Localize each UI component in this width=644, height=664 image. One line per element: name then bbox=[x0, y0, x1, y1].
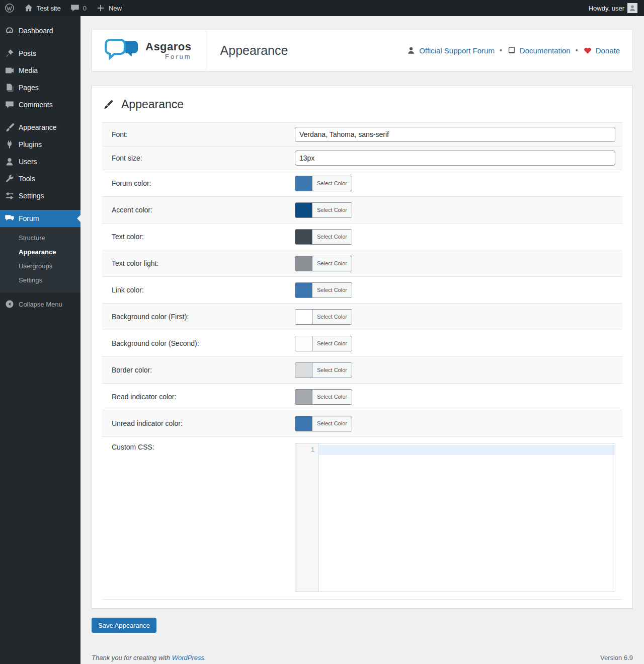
sidebar-item-tools[interactable]: Tools bbox=[0, 170, 80, 187]
settings-icon bbox=[5, 191, 15, 201]
setting-label-border-color: Border color: bbox=[102, 366, 295, 374]
menu-separator bbox=[0, 113, 80, 119]
select-color-button-forum-color[interactable]: Select Color bbox=[295, 176, 352, 191]
comment-icon bbox=[5, 100, 15, 110]
meta-separator: • bbox=[500, 46, 502, 54]
submenu-item-appearance[interactable]: Appearance bbox=[0, 245, 80, 259]
select-color-button-text-color-light[interactable]: Select Color bbox=[295, 256, 352, 271]
sidebar-item-pages[interactable]: Pages bbox=[0, 79, 80, 96]
footer-period: . bbox=[204, 654, 206, 661]
wordpress-link[interactable]: WordPress bbox=[172, 654, 204, 661]
submenu-item-settings[interactable]: Settings bbox=[0, 273, 80, 287]
setting-field-background-color-second: Select Color bbox=[295, 336, 622, 351]
submenu-item-structure[interactable]: Structure bbox=[0, 231, 80, 245]
text-input-font-size[interactable] bbox=[295, 151, 615, 166]
save-appearance-button[interactable]: Save Appearance bbox=[92, 618, 156, 633]
select-color-button-accent-color[interactable]: Select Color bbox=[295, 202, 352, 218]
collapse-menu-label: Collapse Menu bbox=[19, 301, 62, 308]
header-link-documentation[interactable]: Documentation bbox=[507, 46, 571, 55]
setting-row-accent-color: Accent color:Select Color bbox=[102, 196, 622, 223]
editor-content[interactable] bbox=[319, 444, 615, 592]
dashboard-icon bbox=[5, 26, 15, 36]
sidebar-item-appearance[interactable]: Appearance bbox=[0, 119, 80, 136]
brand-text: Asgaros Forum bbox=[145, 41, 192, 60]
select-color-button-link-color[interactable]: Select Color bbox=[295, 282, 352, 298]
footer-version: Version 6.9 bbox=[600, 654, 633, 661]
sidebar-item-media[interactable]: Media bbox=[0, 62, 80, 79]
sidebar-item-label: Tools bbox=[19, 175, 35, 183]
sidebar-item-label: Dashboard bbox=[19, 27, 53, 35]
sidebar-item-users[interactable]: Users bbox=[0, 153, 80, 170]
admin-bar-right: Howdy, user bbox=[584, 0, 644, 16]
select-color-label: Select Color bbox=[312, 283, 352, 298]
header-link-donate[interactable]: Donate bbox=[583, 46, 620, 55]
media-icon bbox=[5, 65, 15, 76]
sidebar-item-forum[interactable]: Forum bbox=[0, 210, 80, 227]
color-swatch-unread-indicator-color bbox=[295, 416, 312, 431]
appearance-icon bbox=[5, 122, 15, 132]
header-meta: Official Support Forum•Documentation•Don… bbox=[407, 46, 620, 55]
color-swatch-link-color bbox=[295, 283, 312, 298]
setting-field-custom-css: 1 bbox=[295, 443, 622, 592]
select-color-button-background-color-first[interactable]: Select Color bbox=[295, 309, 352, 325]
asgaros-brand[interactable]: Asgaros Forum bbox=[104, 37, 192, 63]
new-content-menu[interactable]: New bbox=[91, 0, 126, 16]
submenu-item-usergroups[interactable]: Usergroups bbox=[0, 259, 80, 273]
setting-row-border-color: Border color:Select Color bbox=[102, 356, 622, 383]
plugin-header-card: Asgaros Forum Appearance Official Suppor… bbox=[92, 29, 633, 71]
panel-header: Appearance bbox=[92, 86, 632, 122]
custom-css-editor[interactable]: 1 bbox=[295, 443, 615, 592]
collapse-menu-button[interactable]: Collapse Menu bbox=[0, 296, 80, 313]
select-color-label: Select Color bbox=[312, 336, 352, 351]
select-color-button-read-indicator-color[interactable]: Select Color bbox=[295, 389, 352, 405]
setting-field-border-color: Select Color bbox=[295, 362, 622, 378]
setting-label-background-color-second: Background color (Second): bbox=[102, 339, 295, 347]
forum-icon bbox=[5, 213, 15, 224]
sidebar-item-comments[interactable]: Comments bbox=[0, 96, 80, 113]
setting-field-unread-indicator-color: Select Color bbox=[295, 416, 622, 431]
color-swatch-background-color-second bbox=[295, 336, 312, 351]
select-color-button-background-color-second[interactable]: Select Color bbox=[295, 336, 352, 351]
sidebar-item-plugins[interactable]: Plugins bbox=[0, 136, 80, 153]
select-color-button-border-color[interactable]: Select Color bbox=[295, 362, 352, 378]
setting-row-text-color: Text color:Select Color bbox=[102, 223, 622, 250]
header-link-official-support-forum[interactable]: Official Support Forum bbox=[407, 46, 495, 55]
color-swatch-text-color-light bbox=[295, 256, 312, 271]
select-color-button-text-color[interactable]: Select Color bbox=[295, 229, 352, 245]
sidebar-item-settings[interactable]: Settings bbox=[0, 187, 80, 204]
setting-field-font-size bbox=[295, 151, 622, 166]
my-account-menu[interactable]: Howdy, user bbox=[584, 0, 642, 16]
site-name-menu[interactable]: Test site bbox=[19, 0, 65, 16]
setting-label-forum-color: Forum color: bbox=[102, 179, 295, 187]
setting-field-read-indicator-color: Select Color bbox=[295, 389, 622, 405]
sidebar-item-label: Users bbox=[19, 158, 37, 166]
main-content: Asgaros Forum Appearance Official Suppor… bbox=[80, 0, 644, 664]
select-color-label: Select Color bbox=[312, 310, 352, 324]
setting-field-accent-color: Select Color bbox=[295, 202, 622, 218]
setting-field-text-color: Select Color bbox=[295, 229, 622, 245]
menu-separator bbox=[0, 204, 80, 210]
sidebar-item-dashboard[interactable]: Dashboard bbox=[0, 22, 80, 39]
collapse-arrow-icon bbox=[5, 299, 15, 309]
sidebar-item-label: Pages bbox=[19, 84, 39, 92]
setting-label-link-color: Link color: bbox=[102, 286, 295, 294]
setting-field-forum-color: Select Color bbox=[295, 176, 622, 191]
howdy-text: Howdy, user bbox=[589, 5, 624, 12]
page-footer: Thank you for creating with WordPress. V… bbox=[92, 654, 633, 661]
setting-label-read-indicator-color: Read indicator color: bbox=[102, 393, 295, 401]
sidebar-item-label: Comments bbox=[19, 101, 53, 109]
person-icon bbox=[407, 46, 416, 55]
meta-separator: • bbox=[576, 46, 578, 54]
header-link-label: Official Support Forum bbox=[419, 46, 495, 55]
sidebar-item-posts[interactable]: Posts bbox=[0, 45, 80, 62]
menu-separator bbox=[0, 39, 80, 45]
wp-logo-menu[interactable] bbox=[0, 0, 19, 16]
select-color-label: Select Color bbox=[312, 416, 352, 431]
select-color-button-unread-indicator-color[interactable]: Select Color bbox=[295, 416, 352, 431]
text-input-font[interactable] bbox=[295, 127, 615, 142]
sidebar-item-label: Posts bbox=[19, 49, 36, 57]
settings-rows: Font:Font size:Forum color:Select ColorA… bbox=[102, 122, 622, 600]
setting-field-background-color-first: Select Color bbox=[295, 309, 622, 325]
header-link-label: Donate bbox=[596, 46, 620, 55]
comments-menu[interactable]: 0 bbox=[65, 0, 91, 16]
